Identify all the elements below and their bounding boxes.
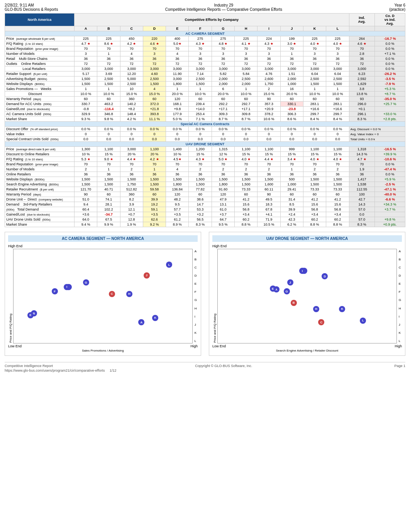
d3p-g: 13.1 [212, 202, 234, 207]
uav-pq-f: 4.3 ★ [189, 157, 212, 162]
retail-multi-ind: 36 [349, 56, 374, 61]
online-ret-l: 72 [326, 61, 349, 66]
uav-pq-l: 4.0 ★ [326, 157, 349, 162]
ms-ac-e: 5.0 % [166, 117, 189, 122]
app-label: GLO-BUS Decisions & Reports [5, 7, 58, 12]
dd-h: 41.2 [235, 197, 258, 202]
online-ret-e: 72 [166, 61, 189, 66]
demand-acc-h: 292.7 [235, 102, 258, 107]
d3p-ind: 14.3 [349, 202, 374, 207]
uav-us-g: 64.7 [212, 217, 234, 222]
pq-f: 4.3 ★ [189, 41, 212, 46]
uav-disc-online-label: Discount to Online Retailers [5, 152, 75, 157]
dd-a: 51.0 [75, 197, 97, 202]
sea-l: 1,500 [326, 182, 349, 187]
td-l: 56.8 [326, 207, 349, 212]
sea-e: 1,800 [166, 182, 189, 187]
ms-ac-d: 11.1 % [143, 117, 166, 122]
uav-do-a: 10 % [75, 152, 97, 157]
rr-ind: 112.55 [349, 187, 374, 192]
uav-gl-d: +3.5 [143, 212, 166, 217]
uav-gl-g: +3.7 [212, 212, 234, 217]
col-k: K [303, 26, 326, 31]
uav-brand-label: Brand Reputation (prior-year image) [5, 162, 75, 167]
practice-label: (practice) [389, 7, 405, 12]
region-header: North America [5, 14, 75, 26]
col-f: F [189, 26, 212, 31]
gl-g: +17.1 [212, 107, 234, 112]
ac-segment-header: AC CAMERA SEGMENT [5, 31, 405, 36]
sp-wk-a: 1 [75, 87, 97, 92]
uav-or-f: 36 [189, 172, 212, 177]
uav-gl-e: +3.5 [166, 212, 189, 217]
uav-war-i: 90 [258, 192, 280, 197]
uav-us-vs: +9.8 % [374, 217, 405, 222]
models-row-label: Number of Models [5, 51, 75, 56]
warranty-g: 60 [212, 97, 234, 102]
ret-sup-f: 7.14 [189, 71, 212, 76]
ret-sup-i: 4.76 [258, 71, 280, 76]
ret-sup-d: 4.60 [143, 71, 166, 76]
gl-h: +17.1 [235, 107, 258, 112]
rr-c: 512.82 [120, 187, 143, 192]
ac-sold-c: 148.4 [120, 112, 143, 117]
brand-g: 70 [212, 46, 234, 51]
vi-h: 0 [235, 132, 258, 137]
uav-do-c: 20 % [120, 152, 143, 157]
vi-d: 0 [143, 132, 166, 137]
company-dot-j: J [287, 279, 293, 286]
vi-i: 0 [258, 132, 280, 137]
retail-multi-a: 36 [75, 56, 97, 61]
ac-units-sold-label: AC Camera Units Sold (000s) [5, 112, 75, 117]
models-ind: 2.8 [349, 51, 374, 56]
vi-note: Avg. Value Index = 0 [349, 132, 405, 137]
uav-web-e: 1,500 [166, 177, 189, 182]
ac-sold-a: 329.9 [75, 112, 97, 117]
td-e: 57.7 [166, 207, 189, 212]
uav-us-e: 61.2 [166, 217, 189, 222]
web-l: 1,500 [326, 82, 349, 87]
uav-or-k: 36 [303, 172, 326, 177]
sea-g: 1,800 [212, 182, 234, 187]
vi-g: 0 [212, 132, 234, 137]
models-l: 3 [326, 51, 349, 56]
uav-ms-c: 1.9 % [120, 222, 143, 227]
uav-us-l: 60.2 [326, 217, 349, 222]
disc-off-f: 0.0 % [189, 127, 212, 132]
sp-disc-e: 20.0 % [166, 92, 189, 97]
online-ret-vs: 0.0 % [374, 61, 405, 66]
ret-support-label: Retailer Support ($ per unit) [5, 71, 75, 76]
warranty-c: 360 [120, 97, 143, 102]
d3p-j: 8.5 [280, 202, 303, 207]
uav-or-d: 36 [143, 172, 166, 177]
uav-mod-b: 1 [97, 167, 120, 172]
uav-pq-k: 4.0 ★ [303, 157, 326, 162]
uav-web-h: 1,500 [235, 177, 258, 182]
sp-wk-d: 4 [143, 87, 166, 92]
ms-ac-vs: +2.8 pts. [374, 117, 405, 122]
pq-j: 3.0 ★ [280, 41, 303, 46]
uav-us-d: 62.6 [143, 217, 166, 222]
pq-row-label: P/Q Rating (1 to 10 stars) [5, 41, 75, 46]
uav-price-label: Price (average direct-sale $ per unit) [5, 147, 75, 152]
gl-e: +9.8 [166, 107, 189, 112]
su-i: 0.0 [258, 137, 280, 142]
ac-sold-k: 299.7 [303, 112, 326, 117]
vs-ind-col [374, 26, 405, 31]
uav-us-f: 56.5 [189, 217, 212, 222]
sp-disc-j: 20.0 % [280, 92, 303, 97]
uav-gl-c: +0.7 [120, 212, 143, 217]
uav-or-ind: 36 [349, 172, 374, 177]
su-l: 0.0 [326, 137, 349, 142]
co-d-header: Co. Dvs Ind.Avg. [374, 14, 405, 26]
uav-do-f: 15 % [189, 152, 212, 157]
uav-pq-j: 3.4 ★ [280, 157, 303, 162]
uav-segment-header: UAV DRONE SEGMENT [5, 142, 405, 147]
uav-brand-vs: 0.0 % [374, 162, 405, 167]
disc-off-note: Avg. Discount = 0.0 % [349, 127, 405, 132]
ac-sold-g: 309.3 [212, 112, 234, 117]
uav-do-ind: 14.3 % [349, 152, 374, 157]
uav-pq-g: 5.0 ★ [212, 157, 234, 162]
demand-acc-j: 330.1 [280, 102, 303, 107]
pq-g: 4.8 ★ [212, 41, 234, 46]
